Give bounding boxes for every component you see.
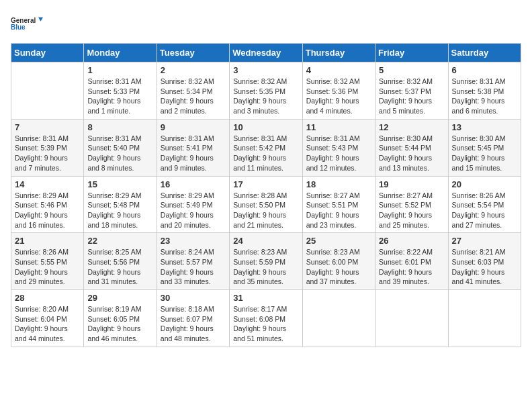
day-number: 25 — [306, 236, 371, 246]
svg-text:Blue: Blue — [11, 24, 26, 31]
weekday-header-friday: Friday — [375, 44, 448, 62]
day-number: 12 — [379, 122, 444, 132]
day-info: Sunrise: 8:31 AMSunset: 5:33 PMDaylight:… — [87, 77, 152, 116]
day-info: Sunrise: 8:25 AMSunset: 5:56 PMDaylight:… — [87, 247, 152, 287]
day-info: Sunrise: 8:26 AMSunset: 5:55 PMDaylight:… — [15, 247, 80, 287]
svg-text:General: General — [11, 17, 36, 24]
day-number: 22 — [87, 236, 152, 246]
week-row-4: 28Sunrise: 8:20 AMSunset: 6:04 PMDayligh… — [11, 290, 521, 347]
day-cell: 24Sunrise: 8:23 AMSunset: 5:59 PMDayligh… — [230, 233, 302, 290]
week-row-0: 1Sunrise: 8:31 AMSunset: 5:33 PMDaylight… — [11, 62, 521, 120]
day-number: 24 — [233, 236, 298, 246]
day-cell: 30Sunrise: 8:18 AMSunset: 6:07 PMDayligh… — [157, 290, 229, 347]
day-number: 1 — [87, 65, 152, 75]
day-cell: 31Sunrise: 8:17 AMSunset: 6:08 PMDayligh… — [230, 290, 302, 347]
day-cell: 29Sunrise: 8:19 AMSunset: 6:05 PMDayligh… — [84, 290, 157, 347]
day-number: 30 — [161, 293, 226, 303]
day-cell: 20Sunrise: 8:26 AMSunset: 5:54 PMDayligh… — [448, 176, 521, 233]
day-number: 26 — [379, 236, 444, 246]
day-number: 15 — [87, 179, 152, 189]
day-number: 29 — [87, 293, 152, 303]
day-number: 31 — [233, 293, 298, 303]
weekday-header-row: SundayMondayTuesdayWednesdayThursdayFrid… — [11, 44, 521, 62]
day-number: 3 — [233, 65, 298, 75]
day-info: Sunrise: 8:31 AMSunset: 5:39 PMDaylight:… — [15, 134, 80, 173]
day-number: 20 — [452, 179, 517, 189]
day-cell: 28Sunrise: 8:20 AMSunset: 6:04 PMDayligh… — [11, 290, 84, 347]
day-info: Sunrise: 8:32 AMSunset: 5:36 PMDaylight:… — [306, 77, 371, 116]
day-cell: 13Sunrise: 8:30 AMSunset: 5:45 PMDayligh… — [448, 119, 521, 176]
logo: General Blue — [11, 11, 44, 38]
week-row-2: 14Sunrise: 8:29 AMSunset: 5:46 PMDayligh… — [11, 176, 521, 233]
day-number: 2 — [161, 65, 226, 75]
day-number: 9 — [161, 122, 226, 132]
day-info: Sunrise: 8:20 AMSunset: 6:04 PMDaylight:… — [15, 304, 80, 344]
day-cell: 16Sunrise: 8:29 AMSunset: 5:49 PMDayligh… — [157, 176, 229, 233]
day-info: Sunrise: 8:17 AMSunset: 6:08 PMDaylight:… — [233, 304, 298, 344]
day-info: Sunrise: 8:30 AMSunset: 5:45 PMDaylight:… — [452, 134, 517, 173]
day-info: Sunrise: 8:31 AMSunset: 5:40 PMDaylight:… — [87, 134, 152, 173]
day-number: 8 — [87, 122, 152, 132]
week-row-1: 7Sunrise: 8:31 AMSunset: 5:39 PMDaylight… — [11, 119, 521, 176]
day-cell: 2Sunrise: 8:32 AMSunset: 5:34 PMDaylight… — [157, 62, 229, 120]
day-cell: 11Sunrise: 8:31 AMSunset: 5:43 PMDayligh… — [302, 119, 375, 176]
day-cell: 23Sunrise: 8:24 AMSunset: 5:57 PMDayligh… — [157, 233, 229, 290]
day-cell — [375, 290, 448, 347]
day-number: 13 — [452, 122, 517, 132]
day-number: 19 — [379, 179, 444, 189]
day-info: Sunrise: 8:19 AMSunset: 6:05 PMDaylight:… — [87, 304, 152, 344]
week-row-3: 21Sunrise: 8:26 AMSunset: 5:55 PMDayligh… — [11, 233, 521, 290]
day-info: Sunrise: 8:31 AMSunset: 5:38 PMDaylight:… — [452, 77, 517, 116]
day-info: Sunrise: 8:21 AMSunset: 6:03 PMDaylight:… — [452, 247, 517, 287]
day-info: Sunrise: 8:18 AMSunset: 6:07 PMDaylight:… — [161, 304, 226, 344]
weekday-header-tuesday: Tuesday — [157, 44, 229, 62]
day-number: 27 — [452, 236, 517, 246]
weekday-header-monday: Monday — [84, 44, 157, 62]
day-info: Sunrise: 8:22 AMSunset: 6:01 PMDaylight:… — [379, 247, 444, 287]
day-cell: 5Sunrise: 8:32 AMSunset: 5:37 PMDaylight… — [375, 62, 448, 120]
day-cell: 25Sunrise: 8:23 AMSunset: 6:00 PMDayligh… — [302, 233, 375, 290]
day-cell — [448, 290, 521, 347]
day-info: Sunrise: 8:32 AMSunset: 5:37 PMDaylight:… — [379, 77, 444, 116]
day-info: Sunrise: 8:27 AMSunset: 5:52 PMDaylight:… — [379, 191, 444, 230]
day-number: 28 — [15, 293, 80, 303]
day-info: Sunrise: 8:24 AMSunset: 5:57 PMDaylight:… — [161, 247, 226, 287]
day-cell: 15Sunrise: 8:29 AMSunset: 5:48 PMDayligh… — [84, 176, 157, 233]
day-number: 14 — [15, 179, 80, 189]
day-cell: 10Sunrise: 8:31 AMSunset: 5:42 PMDayligh… — [230, 119, 302, 176]
day-cell: 27Sunrise: 8:21 AMSunset: 6:03 PMDayligh… — [448, 233, 521, 290]
day-cell: 18Sunrise: 8:27 AMSunset: 5:51 PMDayligh… — [302, 176, 375, 233]
day-cell: 21Sunrise: 8:26 AMSunset: 5:55 PMDayligh… — [11, 233, 84, 290]
day-cell: 12Sunrise: 8:30 AMSunset: 5:44 PMDayligh… — [375, 119, 448, 176]
day-cell: 14Sunrise: 8:29 AMSunset: 5:46 PMDayligh… — [11, 176, 84, 233]
weekday-header-sunday: Sunday — [11, 44, 84, 62]
day-info: Sunrise: 8:31 AMSunset: 5:43 PMDaylight:… — [306, 134, 371, 173]
day-number: 21 — [15, 236, 80, 246]
day-cell: 19Sunrise: 8:27 AMSunset: 5:52 PMDayligh… — [375, 176, 448, 233]
day-cell — [302, 290, 375, 347]
day-cell: 4Sunrise: 8:32 AMSunset: 5:36 PMDaylight… — [302, 62, 375, 120]
day-info: Sunrise: 8:32 AMSunset: 5:34 PMDaylight:… — [161, 77, 226, 116]
day-number: 23 — [161, 236, 226, 246]
day-cell: 1Sunrise: 8:31 AMSunset: 5:33 PMDaylight… — [84, 62, 157, 120]
day-info: Sunrise: 8:30 AMSunset: 5:44 PMDaylight:… — [379, 134, 444, 173]
day-info: Sunrise: 8:27 AMSunset: 5:51 PMDaylight:… — [306, 191, 371, 230]
day-cell: 26Sunrise: 8:22 AMSunset: 6:01 PMDayligh… — [375, 233, 448, 290]
day-number: 4 — [306, 65, 371, 75]
day-number: 17 — [233, 179, 298, 189]
logo-svg: General Blue — [11, 11, 44, 38]
day-info: Sunrise: 8:23 AMSunset: 5:59 PMDaylight:… — [233, 247, 298, 287]
calendar-table: SundayMondayTuesdayWednesdayThursdayFrid… — [11, 43, 521, 347]
day-cell: 17Sunrise: 8:28 AMSunset: 5:50 PMDayligh… — [230, 176, 302, 233]
weekday-header-thursday: Thursday — [302, 44, 375, 62]
day-cell: 6Sunrise: 8:31 AMSunset: 5:38 PMDaylight… — [448, 62, 521, 120]
day-number: 10 — [233, 122, 298, 132]
day-cell: 8Sunrise: 8:31 AMSunset: 5:40 PMDaylight… — [84, 119, 157, 176]
day-info: Sunrise: 8:32 AMSunset: 5:35 PMDaylight:… — [233, 77, 298, 116]
day-cell: 7Sunrise: 8:31 AMSunset: 5:39 PMDaylight… — [11, 119, 84, 176]
day-info: Sunrise: 8:31 AMSunset: 5:42 PMDaylight:… — [233, 134, 298, 173]
day-number: 11 — [306, 122, 371, 132]
header: General Blue — [11, 11, 521, 38]
day-number: 6 — [452, 65, 517, 75]
day-info: Sunrise: 8:26 AMSunset: 5:54 PMDaylight:… — [452, 191, 517, 230]
